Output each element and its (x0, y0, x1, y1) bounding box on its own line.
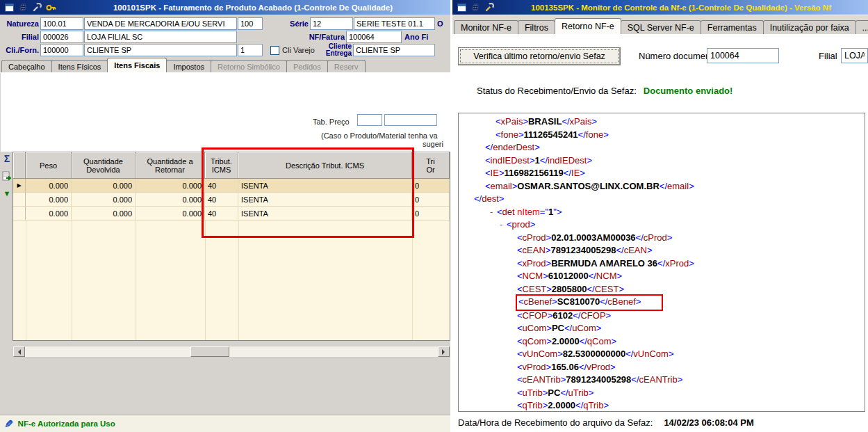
tab-preco-field-1[interactable] (357, 114, 382, 126)
xml-line: <cProd>02.01.0003AM00036</cProd> (459, 232, 865, 245)
natureza-desc-field[interactable] (84, 17, 237, 30)
tab-item[interactable]: Itens Fiscais (107, 58, 167, 72)
numero-documento-field[interactable] (707, 48, 779, 63)
cell-qtd-devolvida: 0.000 (72, 179, 136, 193)
xml-container-line: -<prod> (459, 218, 865, 232)
tab-item[interactable]: Reserv (327, 60, 366, 72)
xml-line: <cBenef>SC810070</cBenef> (459, 296, 865, 310)
grid-header-row: Peso Quantidade Devolvida Quantidade a R… (13, 152, 450, 179)
grid-header-qtd-retornar[interactable]: Quantidade a Retornar (136, 152, 205, 179)
wrench-icon[interactable] (31, 2, 42, 13)
filial-label: Filial (819, 51, 837, 61)
grid-header-tri-or[interactable]: Tri Or (412, 152, 450, 179)
cell-tribut-icms: 40 (205, 179, 238, 193)
serie-desc-field[interactable] (354, 17, 435, 30)
xml-line: <vProd>165.06</vProd> (459, 361, 865, 374)
grid-row[interactable]: 0.000 0.000 0.000 40 ISENTA 0 (13, 207, 450, 221)
collapse-minus-icon[interactable]: - (500, 218, 507, 232)
xml-line: <IE>116982156119</IE> (459, 167, 865, 180)
tab-item[interactable]: Retorno NF-e (555, 18, 621, 34)
nf-fatura-field[interactable] (346, 31, 402, 43)
cell-tri-or: 0 (412, 193, 450, 207)
right-titlebar[interactable]: # 100135SPK - Monitor de Controle da Nf-… (452, 0, 868, 15)
cli-varejo-checkbox[interactable] (270, 46, 279, 55)
cli-code-field[interactable] (40, 44, 83, 56)
collapse-minus-icon[interactable]: - (490, 206, 497, 219)
filial-label: Filial (0, 31, 39, 43)
empty-grid-area (13, 221, 450, 340)
tab-item[interactable]: Impostos (166, 60, 211, 72)
grid-horizontal-scrollbar[interactable] (13, 346, 450, 358)
left-titlebar[interactable]: # 100101SPK - Faturamento de Produto Aca… (0, 0, 450, 15)
xml-line: <email>OSMAR.SANTOS@LINX.COM.BR</email> (459, 180, 865, 193)
xml-line: <CFOP>6102</CFOP> (459, 310, 865, 323)
key-icon[interactable] (45, 2, 56, 13)
filial-field[interactable] (841, 48, 868, 63)
xml-line: <uTrib>PC</uTrib> (459, 387, 865, 400)
xml-line: <cEANTrib>7891234005298</cEANTrib> (459, 374, 865, 387)
cell-tribut-icms: 40 (205, 207, 238, 221)
tab-item[interactable]: Cabeçalho (1, 60, 52, 72)
filial-desc-field[interactable] (84, 31, 237, 43)
grid-body: 0.000 0.000 0.000 40 ISENTA 0 0.000 0.00… (13, 179, 450, 221)
sum-totals-icon[interactable]: Σ (1, 153, 13, 164)
grid-row[interactable]: 0.000 0.000 0.000 40 ISENTA 0 (13, 193, 450, 207)
tab-item[interactable]: ... (855, 20, 868, 34)
cliente-entrega-label: Cliente Entrega (318, 43, 352, 56)
cell-qtd-retornar: 0.000 (136, 179, 205, 193)
cell-qtd-retornar: 0.000 (136, 207, 205, 221)
natureza-num-field[interactable] (238, 17, 263, 30)
scroll-right-button[interactable] (438, 346, 450, 357)
tab-item[interactable]: Inutilização por faixa (763, 20, 856, 34)
grid-header-tribut-icms[interactable]: Tribut. ICMS (205, 152, 238, 179)
xml-line: <qCom>2.0000</qCom> (459, 335, 865, 349)
grid-header-qtd-devolvida[interactable]: Quantidade Devolvida (72, 152, 136, 179)
xml-line: <NCM>61012000</NCM> (459, 270, 865, 283)
nf-fatura-label: NF/Fatura (295, 31, 345, 43)
serie-code-field[interactable] (310, 17, 353, 30)
sefaz-status-label: Status do Recebimento/Envio da Sefaz: (477, 86, 637, 96)
tab-item[interactable]: Retorno Simbólico (211, 60, 287, 72)
hash-icon[interactable]: # (17, 2, 28, 13)
xml-line: <qTrib>2.0000</qTrib> (459, 399, 865, 412)
xml-line: <vUnCom>82.5300000000</vUnCom> (459, 348, 865, 361)
current-row-marker (17, 182, 21, 189)
grid-row[interactable]: 0.000 0.000 0.000 40 ISENTA 0 (13, 179, 450, 193)
window-form-icon[interactable] (3, 2, 15, 13)
export-grid-icon[interactable] (1, 170, 13, 182)
tab-item[interactable]: Itens Físicos (51, 60, 108, 72)
xml-line: <indIEDest>1</indIEDest> (459, 154, 865, 168)
tab-preco-note-line2: sugeri (423, 138, 443, 150)
sefaz-status-line: Status do Recebimento/Envio da Sefaz: Do… (477, 86, 732, 96)
scroll-down-icon[interactable]: ▼ (1, 188, 13, 199)
cliente-entrega-field[interactable] (353, 44, 435, 56)
tab-item[interactable]: Filtros (518, 20, 555, 34)
hash-icon[interactable]: # (470, 2, 481, 13)
grid-header-descricao-tribut-icms[interactable]: Descrição Tribut. ICMS (238, 152, 412, 179)
filial-code-field[interactable] (40, 31, 83, 43)
verifica-retorno-sefaz-button[interactable]: Verifica último retorno/envio Sefaz (458, 47, 621, 65)
natureza-code-field[interactable] (40, 17, 83, 30)
xml-line: <xProd>BERMUDA AMARELO 36</xProd> (459, 257, 865, 271)
scroll-left-button[interactable] (13, 346, 25, 357)
cell-qtd-devolvida: 0.000 (72, 207, 136, 221)
window-form-icon[interactable] (456, 2, 467, 13)
tab-item[interactable]: Ferramentas (701, 20, 764, 34)
tab-item[interactable]: Pedidos (286, 60, 328, 72)
clipped-label-row2: Ano Fi (404, 31, 449, 43)
sefaz-status-value: Documento enviado! (644, 86, 733, 96)
cell-descricao-tribut-icms: ISENTA (238, 179, 412, 193)
tab-preco-field-2[interactable] (384, 114, 437, 126)
cli-desc-field[interactable] (84, 44, 237, 56)
scrollbar-thumb[interactable] (190, 346, 229, 357)
grid-header-peso[interactable]: Peso (26, 152, 72, 179)
cli-num-field[interactable] (238, 44, 263, 56)
cell-tri-or: 0 (412, 179, 450, 193)
nfe-xml-viewer[interactable]: <xPais>BRASIL</xPais><fone>11126545241</… (458, 113, 865, 412)
tab-item[interactable]: SQL Server NF-e (621, 20, 701, 34)
monitor-nfe-window: # 100135SPK - Monitor de Controle da Nf-… (452, 0, 868, 432)
xml-closing-tag-line: </dest> (459, 193, 865, 206)
right-tab-strip: Monitor NF-eFiltrosRetorno NF-eSQL Serve… (454, 18, 868, 34)
tab-item[interactable]: Monitor NF-e (454, 20, 518, 34)
wrench-icon[interactable] (484, 2, 495, 13)
